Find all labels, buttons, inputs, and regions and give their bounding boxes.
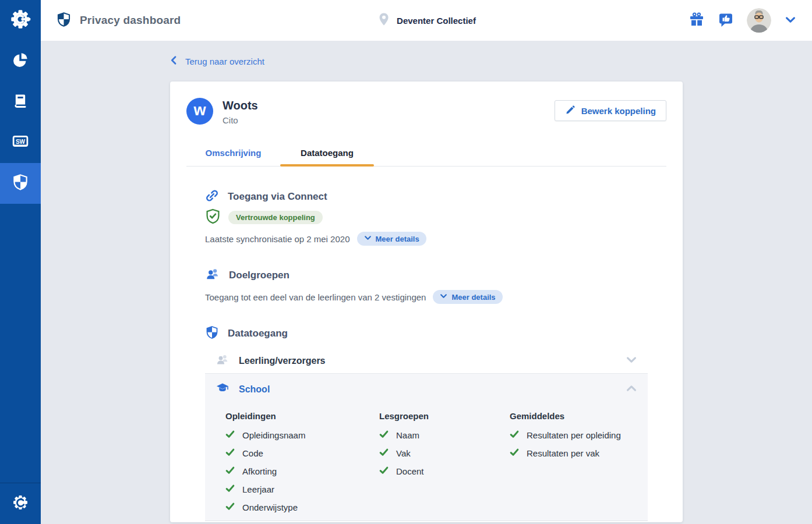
- sw-badge-icon: SW: [12, 133, 29, 153]
- organisation-name: Deventer Collectief: [397, 16, 476, 26]
- list-item: Resultaten per vak: [510, 444, 648, 462]
- accordion-leerling-verzorgers[interactable]: Leerling/verzorgers: [205, 348, 648, 374]
- section-datatoegang-header: Datatoegang: [205, 327, 648, 341]
- sidebar: SW: [0, 0, 41, 524]
- data-access-accordion: Leerling/verzorgers: [205, 348, 648, 521]
- chevron-down-icon: [440, 292, 447, 302]
- list-item: Leerjaar: [225, 480, 379, 498]
- tab-bar: Omschrijving Datatoegang: [186, 143, 666, 167]
- accordion-school-label: School: [239, 384, 270, 395]
- connect-more-details-button[interactable]: Meer details: [357, 232, 426, 246]
- account-avatar-button[interactable]: [747, 8, 771, 33]
- list-item: Docent: [379, 462, 510, 480]
- section-doelgroepen-title: Doelgroepen: [229, 270, 290, 281]
- feedback-button[interactable]: [718, 12, 734, 30]
- list-item: Afkorting: [225, 462, 379, 480]
- book-icon: [12, 93, 29, 111]
- list-item: Opleidingsnaam: [225, 426, 379, 444]
- privacy-dashboard-shield-icon: [56, 12, 72, 30]
- people-icon: [205, 267, 220, 284]
- account-menu-button[interactable]: [784, 13, 797, 28]
- link-icon: [205, 189, 219, 205]
- sidebar-item-reports[interactable]: [0, 41, 41, 82]
- chevron-down-icon: [784, 13, 797, 28]
- shield-check-icon: [205, 208, 221, 226]
- section-connect-title: Toegang via Connect: [228, 191, 327, 203]
- back-link-label: Terug naar overzicht: [185, 56, 264, 66]
- pencil-icon: [565, 105, 576, 117]
- page-title: Privacy dashboard: [80, 14, 181, 27]
- doelgroepen-more-details-button[interactable]: Meer details: [433, 290, 502, 304]
- list-item: Resultaten per opleiding: [510, 426, 648, 444]
- section-connect-header: Toegang via Connect: [205, 190, 648, 204]
- chevron-down-icon: [625, 353, 638, 369]
- sidebar-item-library[interactable]: [0, 82, 41, 122]
- organisation-switcher[interactable]: Deventer Collectief: [377, 12, 476, 29]
- gift-button[interactable]: [689, 12, 705, 30]
- people-gray-icon: [216, 353, 230, 369]
- gift-icon: [689, 12, 705, 30]
- check-icon: [379, 430, 389, 441]
- sidebar-item-home[interactable]: [0, 0, 41, 41]
- last-sync-text: Laatste synchronisatie op 2 mei 2020: [205, 234, 350, 244]
- accordion-leerling-label: Leerling/verzorgers: [239, 356, 326, 366]
- sidebar-item-sw[interactable]: SW: [0, 122, 41, 163]
- accordion-school-panel: School Opleidingen: [205, 374, 648, 521]
- doelgroepen-text: Toegang tot een deel van de leerlingen v…: [205, 292, 426, 302]
- check-icon: [225, 502, 235, 513]
- connect-more-details-label: Meer details: [376, 235, 419, 243]
- woots-logo: w: [186, 98, 213, 125]
- pie-chart-icon: [12, 51, 29, 71]
- app-detail-card: w Woots Cito Bewerk koppeling: [170, 82, 683, 522]
- column-header-gemiddeldes: Gemiddeldes: [510, 411, 648, 423]
- doelgroepen-more-details-label: Meer details: [451, 293, 495, 302]
- gear-logo-icon: [10, 9, 31, 32]
- shield-icon: [205, 325, 219, 342]
- check-icon: [379, 448, 389, 459]
- list-item: Naam: [379, 426, 510, 444]
- check-icon: [510, 448, 519, 459]
- list-item: Vak: [379, 444, 510, 462]
- column-header-lesgroepen: Lesgroepen: [379, 411, 510, 423]
- tab-datatoegang[interactable]: Datatoegang: [280, 143, 374, 166]
- section-datatoegang-title: Datatoegang: [228, 328, 288, 339]
- chevron-down-icon: [364, 234, 372, 243]
- check-icon: [225, 466, 235, 477]
- sidebar-item-privacy[interactable]: [0, 163, 41, 204]
- sidebar-item-switch-back[interactable]: [0, 483, 41, 524]
- gear-back-icon: [11, 493, 30, 514]
- check-icon: [510, 430, 519, 441]
- check-icon: [225, 448, 235, 459]
- app-name: Woots: [223, 99, 258, 112]
- list-item: Onderwijstype: [225, 498, 379, 516]
- chevron-up-icon: [625, 382, 638, 397]
- avatar: [747, 8, 771, 33]
- check-icon: [225, 484, 235, 495]
- location-pin-icon: [377, 12, 391, 29]
- trusted-connection-badge: Vertrouwde koppeling: [228, 211, 323, 224]
- app-vendor: Cito: [223, 115, 258, 125]
- privacy-shield-icon: [12, 174, 29, 193]
- svg-text:SW: SW: [16, 139, 26, 145]
- section-doelgroepen-header: Doelgroepen: [205, 268, 648, 282]
- main-content: Terug naar overzicht w Woots Cito: [41, 41, 812, 524]
- list-item: Code: [225, 444, 379, 462]
- chevron-left-icon: [169, 55, 179, 67]
- check-icon: [225, 430, 235, 441]
- school-data-columns: Opleidingen Opleidingsnaam Code: [205, 405, 648, 521]
- back-link[interactable]: Terug naar overzicht: [169, 55, 264, 67]
- edit-connection-label: Bewerk koppeling: [581, 106, 656, 116]
- accordion-school[interactable]: School: [205, 374, 648, 405]
- edit-connection-button[interactable]: Bewerk koppeling: [555, 100, 666, 121]
- woots-logo-letter: w: [193, 101, 206, 119]
- check-icon: [379, 466, 389, 477]
- app-brand: Privacy dashboard: [56, 12, 181, 30]
- tab-omschrijving[interactable]: Omschrijving: [186, 143, 280, 166]
- feedback-thumb-icon: [718, 12, 734, 30]
- graduation-cap-icon: [216, 381, 230, 398]
- top-header: Privacy dashboard Deventer Collectief: [41, 0, 812, 41]
- column-header-opleidingen: Opleidingen: [225, 411, 379, 423]
